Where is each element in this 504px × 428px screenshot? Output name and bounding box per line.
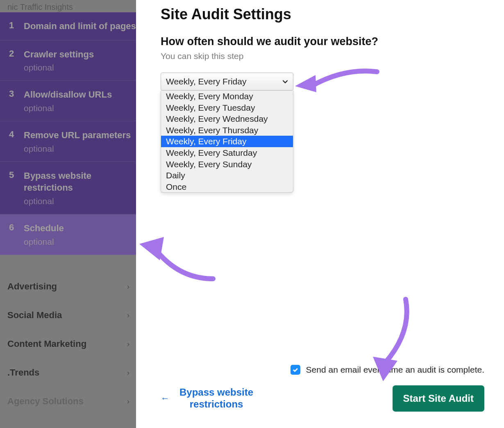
step-number: 1 [9, 20, 15, 31]
step-title: Remove URL parameters [24, 129, 131, 141]
schedule-dropdown-option[interactable]: Weekly, Every Saturday [161, 147, 293, 159]
step-title: Domain and limit of pages [24, 20, 136, 32]
chevron-right-icon: › [127, 369, 129, 377]
step-number: 6 [9, 222, 15, 233]
schedule-select-wrap: Weekly, Every Friday Weekly, Every Monda… [161, 73, 293, 91]
nav-label: .Trends [7, 367, 39, 378]
page-title: Site Audit Settings [161, 6, 504, 23]
schedule-dropdown-option[interactable]: Weekly, Every Friday [161, 136, 293, 147]
step-number: 4 [9, 129, 15, 140]
wizard-step-3[interactable]: 3 Allow/disallow URLs optional [0, 81, 136, 121]
sidebar-nav-content-marketing[interactable]: Content Marketing › [0, 330, 136, 358]
chevron-right-icon: › [127, 311, 129, 320]
step-title: Allow/disallow URLs [24, 89, 112, 101]
check-icon [292, 367, 299, 373]
step-subtitle: optional [24, 63, 136, 73]
step-number: 5 [9, 170, 15, 180]
step-number: 2 [9, 48, 15, 59]
chevron-right-icon: › [127, 282, 129, 291]
schedule-select-value: Weekly, Every Friday [166, 77, 246, 87]
schedule-dropdown-option[interactable]: Weekly, Every Sunday [161, 159, 293, 170]
sidebar-nav-trends[interactable]: .Trends › [0, 358, 136, 387]
arrow-left-icon: ← [161, 393, 170, 404]
back-link[interactable]: ← Bypass websiterestrictions [161, 387, 253, 410]
schedule-dropdown-option[interactable]: Weekly, Every Monday [161, 91, 293, 102]
step-number: 3 [9, 89, 15, 99]
nav-label: Advertising [7, 281, 57, 292]
step-title: Crawler settings [24, 48, 94, 61]
action-row: ← Bypass websiterestrictions Start Site … [161, 385, 484, 412]
back-link-label: Bypass websiterestrictions [179, 387, 253, 410]
sidebar-nav-agency-solutions[interactable]: Agency Solutions › [0, 387, 136, 416]
chevron-right-icon: › [127, 340, 129, 348]
email-notify-label: Send an email every time an audit is com… [306, 365, 484, 375]
schedule-dropdown-option[interactable]: Weekly, Every Tuesday [161, 102, 293, 114]
nav-label: Content Marketing [7, 339, 86, 349]
sidebar-truncated-item: nic Traffic Insights [0, 2, 73, 12]
wizard-step-5[interactable]: 5 Bypass website restrictions optional [0, 162, 136, 214]
chevron-down-icon [282, 77, 288, 87]
schedule-dropdown-option[interactable]: Weekly, Every Wednesday [161, 113, 293, 125]
schedule-dropdown-option[interactable]: Weekly, Every Thursday [161, 125, 293, 136]
step-title: Bypass website restrictions [24, 170, 136, 194]
nav-label: Social Media [7, 310, 62, 321]
main-content: Site Audit Settings How often should we … [136, 0, 504, 428]
wizard-step-1[interactable]: 1 Domain and limit of pages [0, 12, 136, 41]
question-subtext: You can skip this step [161, 51, 504, 61]
step-subtitle: optional [24, 103, 136, 113]
step-subtitle: optional [24, 196, 136, 206]
wizard-step-2[interactable]: 2 Crawler settings optional [0, 41, 136, 81]
sidebar-nav: Advertising › Social Media › Content Mar… [0, 272, 136, 416]
wizard-step-6-active[interactable]: 6 Schedule optional [0, 214, 136, 255]
start-site-audit-button[interactable]: Start Site Audit [393, 385, 484, 412]
step-subtitle: optional [24, 237, 136, 247]
wizard-step-4[interactable]: 4 Remove URL parameters optional [0, 121, 136, 162]
email-notify-row: Send an email every time an audit is com… [161, 365, 484, 375]
sidebar-nav-social-media[interactable]: Social Media › [0, 301, 136, 330]
wizard-steps: 1 Domain and limit of pages 2 Crawler se… [0, 12, 136, 255]
schedule-dropdown: Weekly, Every MondayWeekly, Every Tuesda… [161, 91, 293, 193]
question-heading: How often should we audit your website? [161, 35, 504, 48]
email-notify-checkbox[interactable] [291, 365, 300, 375]
nav-label: Agency Solutions [7, 396, 84, 407]
schedule-dropdown-option[interactable]: Daily [161, 170, 293, 181]
footer: Send an email every time an audit is com… [136, 365, 504, 412]
schedule-dropdown-option[interactable]: Once [161, 181, 293, 193]
sidebar: nic Traffic Insights 1 Domain and limit … [0, 0, 136, 428]
sidebar-nav-advertising[interactable]: Advertising › [0, 272, 136, 301]
schedule-select[interactable]: Weekly, Every Friday [161, 73, 293, 91]
step-subtitle: optional [24, 144, 136, 154]
step-title: Schedule [24, 222, 64, 234]
chevron-right-icon: › [127, 397, 129, 406]
